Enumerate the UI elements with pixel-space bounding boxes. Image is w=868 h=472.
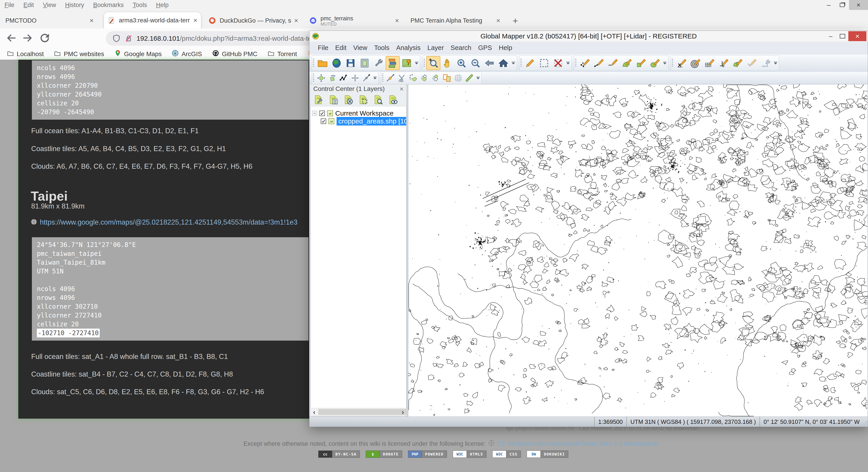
create-text-button[interactable] bbox=[675, 56, 688, 70]
forward-icon[interactable] bbox=[21, 32, 34, 44]
workspace-label[interactable]: Current Workspace bbox=[335, 110, 394, 117]
group-grip[interactable] bbox=[382, 73, 383, 83]
rotate-feature-button[interactable] bbox=[327, 72, 338, 84]
save-button[interactable] bbox=[344, 56, 358, 70]
reload-icon[interactable] bbox=[38, 32, 51, 44]
create-line-button[interactable] bbox=[592, 56, 606, 70]
group-overflow-icon[interactable] bbox=[476, 77, 480, 79]
layer-crop-button[interactable] bbox=[357, 94, 369, 106]
move-feature-button[interactable] bbox=[315, 72, 327, 84]
zoom-out-button[interactable] bbox=[468, 56, 483, 70]
wrench-options-button[interactable] bbox=[372, 56, 385, 70]
crop-grid-button[interactable] bbox=[453, 72, 464, 84]
gm-menu-edit[interactable]: Edit bbox=[332, 44, 350, 52]
tab-close-icon[interactable]: × bbox=[395, 17, 399, 24]
range-rings-button[interactable] bbox=[688, 56, 703, 70]
apply-check-button[interactable] bbox=[745, 56, 758, 70]
insecure-lock-icon[interactable] bbox=[124, 34, 133, 43]
create-area-button[interactable] bbox=[620, 56, 634, 70]
zoom-in-button[interactable] bbox=[454, 56, 468, 70]
footer-badge-powered[interactable]: PHPPOWERED bbox=[408, 450, 447, 458]
map-view[interactable] bbox=[408, 84, 867, 417]
bookmark-torrent[interactable]: Torrent bbox=[268, 50, 297, 58]
scroll-left-icon[interactable]: ‹ bbox=[311, 408, 318, 416]
group-grip[interactable] bbox=[672, 59, 673, 68]
google-maps-link[interactable]: https://www.google.com/maps/@25.0218225,… bbox=[40, 218, 298, 226]
combine-areas-down-button[interactable] bbox=[430, 72, 441, 84]
browser-menu-tools[interactable]: Tools bbox=[133, 2, 147, 8]
browser-restore-button[interactable] bbox=[835, 0, 849, 10]
gm-menu-file[interactable]: File bbox=[314, 44, 332, 52]
browser-tab-1[interactable]: PMCTODO× bbox=[2, 13, 97, 28]
control-center-button[interactable] bbox=[385, 56, 400, 70]
group-grip[interactable] bbox=[575, 59, 577, 68]
browser-menu-history[interactable]: History bbox=[65, 2, 84, 8]
gm-titlebar[interactable]: Global Mapper v18.2 (b052417) [64-bit] [… bbox=[309, 31, 868, 42]
create-ellipse-button[interactable] bbox=[648, 56, 662, 70]
group-overflow-icon[interactable] bbox=[512, 62, 515, 64]
browser-tab-4[interactable]: pmc_terrainsMUTED× bbox=[306, 13, 403, 28]
group-overflow-icon[interactable] bbox=[566, 62, 569, 64]
group-grip[interactable] bbox=[313, 59, 314, 68]
gm-menu-layer[interactable]: Layer bbox=[424, 44, 447, 52]
browser-tab-5[interactable]: PMC Terrain Alpha Testing× bbox=[407, 13, 504, 28]
pan-hand-button[interactable] bbox=[440, 56, 454, 70]
group-overflow-icon[interactable] bbox=[774, 62, 777, 64]
browser-menu-help[interactable]: Help bbox=[156, 2, 168, 8]
new-tab-button[interactable]: + bbox=[513, 16, 518, 26]
tab-close-icon[interactable]: × bbox=[294, 17, 298, 24]
layer-label-selected[interactable]: cropped_areas.shp [10,252 Featu bbox=[337, 117, 406, 125]
footer-badge-css[interactable]: W3CCSS bbox=[492, 450, 521, 458]
browser-menu-view[interactable]: View bbox=[43, 2, 56, 8]
bookmark-pmc-websites[interactable]: PMC websites bbox=[54, 50, 104, 58]
shield-icon[interactable] bbox=[112, 34, 121, 43]
clear-selection-red-x-button[interactable] bbox=[551, 56, 565, 70]
copy-features-button[interactable] bbox=[441, 72, 453, 84]
footer-badge-html5[interactable]: W3CHTML5 bbox=[453, 450, 487, 458]
group-grip[interactable] bbox=[520, 59, 522, 68]
tab-close-icon[interactable]: × bbox=[496, 17, 500, 24]
split-line-button[interactable] bbox=[385, 72, 396, 84]
group-overflow-icon[interactable] bbox=[373, 77, 377, 79]
footer-badge-dokuwiki[interactable]: DWDOKUWIKI bbox=[527, 450, 568, 458]
layer-checkbox[interactable] bbox=[321, 119, 326, 124]
gm-minimize-button[interactable]: – bbox=[825, 31, 837, 41]
tree-collapse-box[interactable]: − bbox=[312, 111, 317, 116]
feature-wrench-button[interactable] bbox=[758, 56, 773, 70]
group-grip[interactable] bbox=[424, 59, 425, 68]
bookmark-google-maps[interactable]: Google Maps bbox=[114, 50, 162, 58]
vertical-feature-button[interactable] bbox=[717, 56, 731, 70]
create-freehand-button[interactable] bbox=[606, 56, 620, 70]
footer-badge-by-nc-sa[interactable]: ccBY-NC-SA bbox=[318, 450, 360, 458]
combine-areas-up-button[interactable] bbox=[418, 72, 430, 84]
cc-horizontal-scrollbar[interactable]: ‹ › bbox=[311, 408, 406, 416]
control-center-close-icon[interactable]: × bbox=[399, 85, 404, 93]
browser-minimize-button[interactable]: – bbox=[822, 0, 835, 10]
snap-vertex-button[interactable] bbox=[361, 72, 372, 84]
browser-menu-bookmarks[interactable]: Bookmarks bbox=[93, 2, 124, 8]
gm-menu-view[interactable]: View bbox=[350, 44, 371, 52]
gm-close-button[interactable]: × bbox=[848, 31, 866, 41]
gm-menu-help[interactable]: Help bbox=[495, 44, 516, 52]
area-from-features-button[interactable] bbox=[731, 56, 745, 70]
bookmark-localhost[interactable]: Localhost bbox=[7, 50, 44, 58]
tab-close-icon[interactable]: × bbox=[193, 17, 197, 24]
layer-zoom-button[interactable] bbox=[372, 94, 384, 106]
full-view-home-button[interactable] bbox=[496, 56, 510, 70]
move-vertex-button[interactable] bbox=[349, 72, 361, 84]
group-overflow-icon[interactable] bbox=[663, 62, 666, 64]
browser-menu-edit[interactable]: Edit bbox=[24, 2, 34, 8]
back-icon[interactable] bbox=[5, 32, 18, 44]
workspace-checkbox[interactable] bbox=[319, 111, 325, 116]
gm-menu-gps[interactable]: GPS bbox=[475, 44, 495, 52]
layer-options-button[interactable] bbox=[312, 94, 324, 106]
license-link[interactable]: CC Attribution-Noncommercial-Share Alike… bbox=[497, 440, 657, 447]
print-window-button[interactable] bbox=[358, 56, 372, 70]
gm-maximize-button[interactable] bbox=[837, 31, 848, 41]
gm-menu-tools[interactable]: Tools bbox=[371, 44, 393, 52]
map-layout-button[interactable] bbox=[400, 56, 414, 70]
group-overflow-icon[interactable] bbox=[415, 62, 418, 64]
world-imagery-button[interactable] bbox=[330, 56, 344, 70]
browser-tab-3[interactable]: DuckDuckGo — Privacy, simplifi× bbox=[205, 13, 302, 28]
layer-close-button[interactable] bbox=[342, 94, 354, 106]
